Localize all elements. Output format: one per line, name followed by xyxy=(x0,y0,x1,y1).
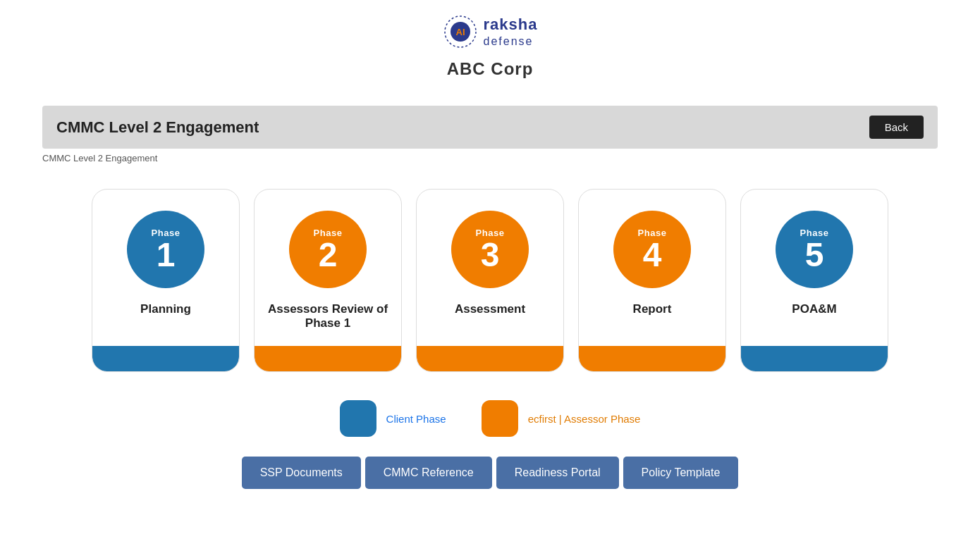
phase-name-3: Assessment xyxy=(455,302,525,316)
phase-footer-3 xyxy=(417,346,563,371)
phase-circle-4: Phase 4 xyxy=(613,211,691,288)
logo-defense: defense xyxy=(484,35,538,48)
logo-text: raksha defense xyxy=(484,16,538,48)
phase-circle-1: Phase 1 xyxy=(127,211,204,288)
client-swatch xyxy=(340,400,376,437)
phase-footer-1 xyxy=(92,346,239,371)
phase-name-2: Assessors Review of Phase 1 xyxy=(266,302,390,330)
phase-card-4[interactable]: Phase 4 Report xyxy=(578,189,726,372)
client-label: Client Phase xyxy=(386,413,446,425)
phase-number-1: 1 xyxy=(157,238,176,272)
phase-card-1[interactable]: Phase 1 Planning xyxy=(92,189,240,372)
phase-footer-4 xyxy=(579,346,725,371)
phase-card-5[interactable]: Phase 5 POA&M xyxy=(740,189,888,372)
engagement-bar: CMMC Level 2 Engagement Back xyxy=(42,106,938,149)
breadcrumb: CMMC Level 2 Engagement xyxy=(42,153,938,163)
phase-card-3[interactable]: Phase 3 Assessment xyxy=(416,189,564,372)
svg-text:AI: AI xyxy=(455,27,465,37)
logo-container: AI raksha defense xyxy=(443,14,538,49)
header: AI raksha defense ABC Corp xyxy=(0,0,980,86)
phase-card-2[interactable]: Phase 2 Assessors Review of Phase 1 xyxy=(254,189,402,372)
phase-circle-2: Phase 2 xyxy=(289,211,367,288)
phase-footer-2 xyxy=(255,346,401,371)
legend-assessor: ecfirst | Assessor Phase xyxy=(482,400,641,437)
phase-circle-5: Phase 5 xyxy=(776,211,853,288)
ssp-button[interactable]: SSP Documents xyxy=(242,457,361,489)
phase-number-2: 2 xyxy=(319,238,338,272)
bottom-buttons: SSP DocumentsCMMC ReferenceReadiness Por… xyxy=(0,457,980,489)
logo-icon: AI xyxy=(443,14,478,49)
phase-name-1: Planning xyxy=(140,302,191,316)
phase-name-4: Report xyxy=(633,302,672,316)
back-button[interactable]: Back xyxy=(869,116,924,139)
readiness-button[interactable]: Readiness Portal xyxy=(496,457,619,489)
phase-number-5: 5 xyxy=(805,238,824,272)
assessor-label: ecfirst | Assessor Phase xyxy=(528,413,641,425)
legend-client: Client Phase xyxy=(340,400,446,437)
engagement-title: CMMC Level 2 Engagement xyxy=(56,118,259,137)
phase-name-5: POA&M xyxy=(792,302,836,316)
logo-raksha: raksha xyxy=(484,16,538,34)
phase-number-3: 3 xyxy=(481,238,500,272)
legend: Client Phase ecfirst | Assessor Phase xyxy=(0,400,980,437)
assessor-swatch xyxy=(482,400,518,437)
policy-button[interactable]: Policy Template xyxy=(623,457,739,489)
phase-number-4: 4 xyxy=(643,238,662,272)
company-name: ABC Corp xyxy=(447,59,534,79)
phase-circle-3: Phase 3 xyxy=(451,211,529,288)
cmmc_ref-button[interactable]: CMMC Reference xyxy=(365,457,492,489)
phase-footer-5 xyxy=(741,346,888,371)
phases-container: Phase 1 Planning Phase 2 Assessors Revie… xyxy=(28,189,952,372)
